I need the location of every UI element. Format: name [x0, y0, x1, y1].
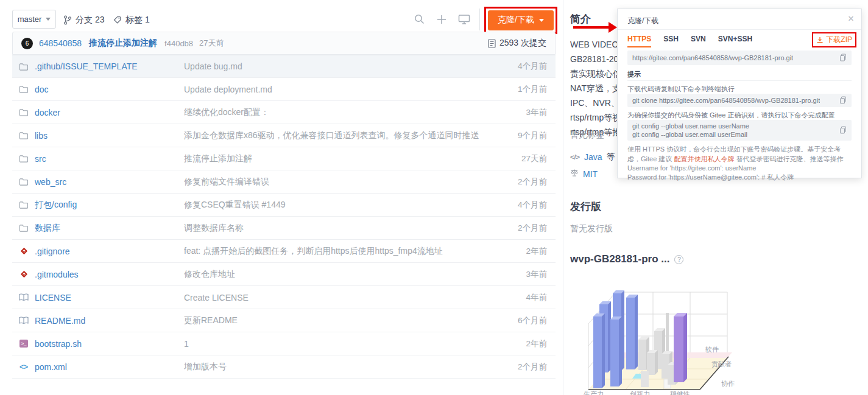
row-commit-message[interactable]: 增加版本号: [184, 362, 227, 372]
chart-x-label: 生产力: [584, 390, 604, 395]
file-link[interactable]: pom.xml: [35, 362, 67, 372]
tab-svn[interactable]: SVN: [691, 35, 706, 47]
file-link[interactable]: bootstrap.sh: [35, 339, 82, 349]
row-commit-message[interactable]: 调整数据库名称: [184, 223, 244, 234]
search-icon[interactable]: [414, 13, 425, 27]
row-commit-message[interactable]: 修复前端文件编译错误: [184, 177, 269, 187]
row-time: 9个月前: [518, 130, 547, 141]
hint-config: 为确保你提交的代码身份被 Gitee 正确识别，请执行以下命令完成配置: [627, 111, 834, 120]
table-row[interactable]: >_ bootstrap.sh 1 2年前: [12, 332, 556, 355]
copy-icon[interactable]: [839, 96, 847, 105]
folder-icon: [18, 131, 29, 139]
table-row[interactable]: libs 添加金仓数据库x86驱动，优化兼容接口通道列表查询。修复多个通道同时推…: [12, 124, 556, 147]
row-time: 2年前: [526, 246, 547, 257]
row-commit-message[interactable]: 添加金仓数据库x86驱动，优化兼容接口通道列表查询。修复多个通道同时推送: [184, 130, 479, 141]
annotation-arrow-head: [609, 22, 617, 33]
language-row: </> Java 等: [570, 152, 615, 163]
example-username: Username for 'https://gitee.com': userNa…: [627, 164, 794, 173]
row-commit-message[interactable]: 1: [184, 339, 189, 349]
commit-author-link[interactable]: 648540858: [39, 38, 82, 48]
branches-link[interactable]: 分支 23: [63, 15, 104, 26]
row-commit-message[interactable]: Update bug.md: [184, 61, 242, 71]
table-row[interactable]: docker 继续优化docker配置： 3年前: [12, 101, 556, 124]
commits-count-link[interactable]: 2593 次提交: [488, 38, 546, 49]
row-commit-message[interactable]: 继续优化docker配置：: [184, 107, 269, 118]
protocol-tabs: HTTPS SSH SVN SVN+SSH: [627, 35, 752, 47]
file-link[interactable]: doc: [35, 85, 49, 94]
branch-selector[interactable]: master: [12, 10, 56, 29]
file-link[interactable]: 数据库: [35, 223, 60, 234]
tags-link[interactable]: 标签 1: [113, 15, 150, 26]
clone-download-button[interactable]: 克隆/下载: [488, 10, 554, 30]
commit-message-link[interactable]: 推流停止添加注解: [89, 38, 157, 49]
table-row[interactable]: 打包/config 修复CSEQ重置错误 #1449 4个月前: [12, 194, 556, 217]
intro-text: WEB VIDEO GB28181-20 责实现核心信 NAT穿透，支 IPC、…: [570, 37, 619, 139]
language-link[interactable]: Java: [584, 152, 602, 162]
https-note: 使用 HTTPS 协议时，命令行会出现如下账号密码验证步骤。基于安全考虑，Git…: [627, 144, 853, 164]
row-commit-message[interactable]: 更新README: [184, 315, 238, 326]
header-divider: [479, 9, 480, 30]
monitor-icon[interactable]: [458, 14, 470, 27]
quality-chart: 生产力 创新力 稳健性 软件 贡献者 协作: [575, 275, 758, 395]
row-time: 27天前: [521, 153, 547, 164]
code-icon: </>: [570, 153, 580, 161]
table-row[interactable]: 数据库 调整数据库名称 2个月前: [12, 217, 556, 240]
folder-icon: [18, 201, 29, 209]
download-icon: [816, 37, 824, 44]
file-link[interactable]: 打包/config: [35, 200, 77, 211]
clone-url-field[interactable]: https://gitee.com/pan648540858/wvp-GB281…: [627, 51, 852, 65]
code-file-icon: <>: [18, 363, 29, 371]
file-link[interactable]: src: [35, 154, 46, 164]
file-link[interactable]: LICENSE: [35, 293, 71, 302]
row-commit-message[interactable]: 修复CSEQ重置错误 #1449: [184, 200, 286, 211]
project-title: wvp-GB28181-pro ...: [570, 253, 669, 265]
file-link[interactable]: web_src: [35, 177, 66, 187]
license-link[interactable]: MIT: [583, 169, 598, 179]
table-row[interactable]: web_src 修复前端文件编译错误 2个月前: [12, 170, 556, 194]
clone-command: git clone https://gitee.com/pan648540858…: [632, 97, 820, 104]
row-commit-message[interactable]: 修改仓库地址: [184, 269, 235, 280]
no-tags-label: 暂无标签: [570, 130, 604, 141]
file-link[interactable]: .gitignore: [35, 246, 70, 256]
plus-icon[interactable]: [436, 14, 447, 27]
hint-title: 提示: [627, 70, 641, 79]
token-link[interactable]: 配置并使用私人令牌: [674, 155, 734, 163]
table-row[interactable]: .gitmodules 修改仓库地址 3年前: [12, 263, 556, 286]
table-row[interactable]: doc Update deployment.md 1个月前: [12, 78, 556, 101]
avatar[interactable]: 6: [21, 38, 33, 49]
tag-icon: [113, 16, 122, 24]
row-time: 2个月前: [518, 362, 547, 372]
https-note-text: 替代登录密码进行克隆、推送等操作: [734, 155, 843, 163]
hint-divider: [627, 80, 852, 81]
copy-icon[interactable]: [839, 54, 847, 63]
table-row[interactable]: README.md 更新README 6个月前: [12, 309, 556, 332]
file-link[interactable]: libs: [35, 131, 48, 141]
copy-icon[interactable]: [839, 126, 847, 135]
download-zip-button[interactable]: 下载ZIP: [826, 35, 852, 45]
file-link[interactable]: README.md: [35, 316, 85, 326]
row-commit-message[interactable]: feat: 点播开始后的截图任务，判断启用https后使用https_fmp4流…: [184, 246, 443, 257]
row-time: 6个月前: [518, 315, 547, 326]
row-commit-message[interactable]: Create LICENSE: [184, 293, 249, 302]
file-link[interactable]: .github/ISSUE_TEMPLATE: [35, 61, 138, 71]
table-row[interactable]: LICENSE Create LICENSE 4年前: [12, 286, 556, 309]
table-row[interactable]: .github/ISSUE_TEMPLATE Update bug.md 4个月…: [12, 55, 556, 78]
file-link[interactable]: .gitmodules: [35, 270, 79, 279]
row-time: 4个月前: [518, 200, 547, 211]
table-row[interactable]: <> pom.xml 增加版本号 2个月前: [12, 355, 556, 379]
tab-https[interactable]: HTTPS: [627, 35, 651, 47]
help-icon[interactable]: ?: [674, 255, 683, 264]
file-link[interactable]: docker: [35, 108, 60, 117]
close-icon[interactable]: ×: [848, 13, 854, 25]
row-commit-message[interactable]: Update deployment.md: [184, 85, 272, 94]
chevron-down-icon: [539, 19, 544, 22]
tab-svn-ssh[interactable]: SVN+SSH: [718, 35, 752, 47]
folder-icon: [18, 224, 29, 232]
tab-ssh[interactable]: SSH: [663, 35, 679, 47]
row-time: 2个月前: [518, 223, 547, 234]
table-row[interactable]: .gitignore feat: 点播开始后的截图任务，判断启用https后使用…: [12, 240, 556, 263]
chart-x-label: 稳健性: [670, 390, 690, 395]
row-commit-message[interactable]: 推流停止添加注解: [184, 153, 252, 164]
table-row[interactable]: src 推流停止添加注解 27天前: [12, 147, 556, 170]
branch-selector-value: master: [18, 15, 42, 24]
